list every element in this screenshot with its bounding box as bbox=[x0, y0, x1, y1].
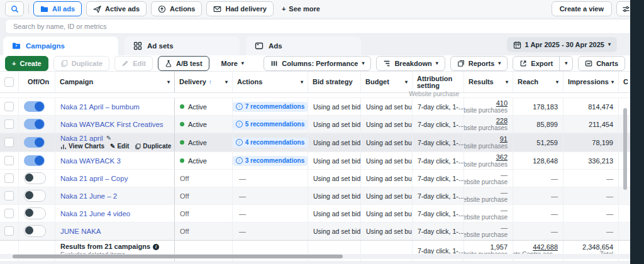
table-row[interactable]: Naka WAYBACK First Creatives ✎ View Char… bbox=[0, 116, 630, 133]
results-value[interactable]: — bbox=[501, 189, 508, 196]
table-row[interactable]: Naka 21 June – 2 ✎ View Charts ✎ Edit bbox=[0, 187, 630, 205]
reports-button[interactable]: Reports ▾ bbox=[450, 56, 508, 71]
results-value[interactable]: — bbox=[501, 224, 508, 231]
results-type-label: Website purchases bbox=[464, 124, 508, 132]
edit-button[interactable]: Edit bbox=[114, 56, 153, 71]
campaign-name-link[interactable]: Naka WAYBACK First Creatives ✎ bbox=[60, 121, 169, 128]
charts-label: Charts bbox=[596, 60, 618, 67]
export-button[interactable]: Export bbox=[513, 57, 559, 70]
table-row[interactable]: Naka 21 June 4 video ✎ View Charts ✎ Edi… bbox=[0, 205, 630, 223]
reports-label: Reports bbox=[469, 60, 495, 67]
filter-all-ads[interactable]: All ads bbox=[33, 1, 82, 16]
row-checkbox[interactable] bbox=[4, 138, 14, 147]
plus-icon: + bbox=[12, 60, 16, 67]
header-attribution[interactable]: Attribution setting bbox=[413, 72, 464, 92]
view-charts-action[interactable]: View Charts bbox=[60, 143, 104, 150]
columns-button[interactable]: Columns: Performance ▾ bbox=[264, 56, 371, 71]
header-results[interactable]: Results ▾ bbox=[464, 72, 513, 92]
date-range-picker[interactable]: 1 Apr 2025 - 30 Apr 2025 ▾ bbox=[507, 37, 617, 52]
row-checkbox[interactable] bbox=[4, 191, 14, 201]
off-on-toggle[interactable] bbox=[24, 225, 46, 237]
results-value[interactable]: 91 bbox=[500, 135, 508, 143]
table-row[interactable]: Naka WAYBACK 3 ✎ View Charts ✎ Edit bbox=[0, 152, 630, 170]
bid-strategy-value: Using ad set bid... bbox=[313, 228, 361, 235]
create-button[interactable]: + Create bbox=[5, 56, 48, 71]
results-value[interactable]: — bbox=[501, 171, 508, 179]
off-on-toggle[interactable] bbox=[24, 190, 46, 202]
recommendations-badge[interactable]: ↑ 7 recommendations bbox=[233, 102, 308, 112]
more-button[interactable]: More ▾ bbox=[214, 56, 251, 71]
header-impressions[interactable]: Impressions ▾ bbox=[564, 72, 619, 92]
off-on-toggle[interactable] bbox=[24, 155, 45, 166]
table-row[interactable]: Naka 21 April – bumbum ✎ View Charts ✎ E… bbox=[0, 98, 630, 116]
header-delivery[interactable]: Delivery ↑ ▾ bbox=[175, 72, 233, 92]
campaign-name: JUNE NAKA bbox=[60, 228, 101, 235]
row-checkbox[interactable] bbox=[4, 173, 14, 183]
campaign-name-link[interactable]: Naka 21 April – bumbum ✎ bbox=[60, 103, 169, 111]
header-budget[interactable]: Budget ▾ bbox=[361, 72, 413, 92]
off-on-toggle[interactable] bbox=[24, 207, 46, 219]
recommendations-badge[interactable]: ↑ 4 recommendations bbox=[233, 138, 308, 148]
tab-ads[interactable]: Ads bbox=[246, 36, 361, 55]
header-reach[interactable]: Reach ▾ bbox=[513, 72, 564, 92]
arrow-up-circle-icon bbox=[158, 5, 166, 13]
results-value[interactable]: — bbox=[501, 206, 508, 214]
campaign-name-link[interactable]: Naka 21 June 4 video ✎ bbox=[60, 210, 169, 217]
table-row[interactable]: Naka 21 april ✎ View Charts ✎ Edit bbox=[0, 133, 630, 152]
ab-test-button[interactable]: A/B test bbox=[158, 56, 209, 71]
tab-campaigns[interactable]: Campaigns bbox=[3, 36, 118, 55]
filter-had-delivery[interactable]: Had delivery bbox=[206, 1, 273, 16]
header-campaign[interactable]: Campaign ▾ bbox=[55, 72, 175, 92]
see-more-button[interactable]: + See more bbox=[278, 5, 324, 13]
charts-button[interactable]: Charts bbox=[578, 56, 625, 71]
footer-reach-total[interactable]: 442,688 bbox=[533, 243, 558, 251]
impressions-value: 78,199 bbox=[592, 139, 613, 146]
export-options-button[interactable]: ▾ bbox=[559, 57, 572, 70]
row-checkbox[interactable] bbox=[4, 156, 14, 165]
filter-actions[interactable]: Actions bbox=[151, 1, 202, 16]
row-checkbox[interactable] bbox=[4, 209, 14, 218]
select-all-checkbox[interactable] bbox=[4, 77, 14, 87]
breakdown-button[interactable]: Breakdown ▾ bbox=[376, 56, 445, 71]
results-value[interactable]: 410 bbox=[496, 99, 508, 107]
duplicate-action[interactable]: Duplicate bbox=[135, 143, 171, 150]
filter-active-ads[interactable]: Active ads bbox=[86, 1, 147, 16]
recommendations-badge[interactable]: ↑ 3 recommendations bbox=[233, 156, 308, 166]
table-row[interactable]: Naka 21 april – Copy ✎ View Charts ✎ Edi… bbox=[0, 170, 630, 187]
recommendations-label: 7 recommendations bbox=[245, 103, 304, 110]
campaign-name-link[interactable]: Naka 21 June – 2 ✎ bbox=[60, 192, 169, 200]
duplicate-button[interactable]: Duplicate bbox=[53, 56, 110, 71]
row-checkbox[interactable] bbox=[4, 119, 14, 129]
header-bid-strategy[interactable]: Bid strategy bbox=[308, 72, 361, 92]
header-label: C bbox=[623, 79, 628, 85]
vertical-scrollbar-thumb[interactable] bbox=[623, 108, 627, 190]
results-value[interactable]: 228 bbox=[496, 117, 508, 124]
recommendation-icon: ↑ bbox=[236, 157, 243, 164]
search-input[interactable] bbox=[5, 19, 635, 34]
edit-action[interactable]: ✎ Edit bbox=[110, 143, 129, 150]
attribution-value: 7-day click, 1-... bbox=[418, 157, 464, 165]
off-on-toggle[interactable] bbox=[24, 101, 45, 112]
off-on-toggle[interactable] bbox=[24, 119, 45, 129]
horizontal-scrollbar-thumb[interactable] bbox=[13, 255, 343, 258]
header-actions[interactable]: Actions ▾ bbox=[233, 72, 308, 92]
recommendations-badge[interactable]: ↑ 5 recommendations bbox=[233, 119, 308, 129]
off-on-toggle[interactable] bbox=[24, 137, 45, 148]
campaign-name-link[interactable]: JUNE NAKA ✎ bbox=[60, 228, 169, 235]
campaign-name-link[interactable]: Naka WAYBACK 3 ✎ bbox=[60, 157, 169, 165]
campaign-name-link[interactable]: Naka 21 april – Copy ✎ bbox=[60, 175, 169, 182]
row-checkbox[interactable] bbox=[4, 226, 14, 236]
create-view-button[interactable]: Create a view bbox=[552, 1, 612, 16]
results-value[interactable]: 362 bbox=[496, 153, 508, 161]
horizontal-scrollbar[interactable] bbox=[0, 254, 630, 259]
search-filter-button[interactable] bbox=[5, 1, 24, 16]
row-checkbox[interactable] bbox=[4, 102, 14, 111]
off-on-toggle[interactable] bbox=[24, 172, 46, 184]
edit-name-icon[interactable]: ✎ bbox=[106, 135, 111, 142]
campaign-name-link[interactable]: Naka 21 april ✎ bbox=[60, 135, 169, 142]
info-icon[interactable]: i bbox=[153, 244, 159, 250]
table-row[interactable]: JUNE NAKA ✎ View Charts ✎ Edit bbox=[0, 223, 630, 240]
header-label: Bid strategy bbox=[313, 79, 353, 85]
header-label: Reach bbox=[518, 79, 538, 85]
tab-ad-sets[interactable]: Ad sets bbox=[125, 36, 240, 55]
